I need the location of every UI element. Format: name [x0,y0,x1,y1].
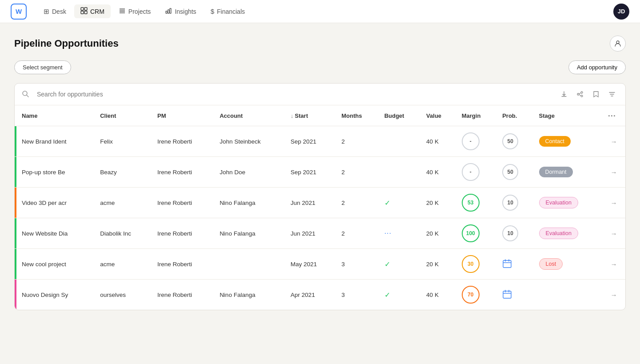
cell-value: 40 K [421,157,456,188]
desk-icon: ⊞ [44,8,49,16]
download-icon[interactable] [558,88,570,100]
filter-icon[interactable] [606,88,618,100]
cell-pm: Irene Roberti [152,280,214,310]
cell-start: Sep 2021 [285,126,336,157]
table-row: New Brand Ident Felix Irene Roberti John… [15,126,625,157]
row-arrow-button[interactable]: → [608,227,620,240]
svg-line-18 [579,95,581,96]
cell-prob [497,249,533,280]
table-row: Pop-up store Be Beazy Irene Roberti John… [15,157,625,188]
cell-prob: 50 [497,157,533,188]
row-arrow-button[interactable]: → [608,288,620,301]
cell-name: New cool project [16,249,95,280]
margin-indicator: 53 [462,194,480,212]
cell-arrow: → [602,280,625,310]
nav-items: ⊞ Desk CRM [37,4,610,18]
row-arrow-button[interactable]: → [608,196,620,209]
prob-calendar-icon [502,293,512,300]
svg-point-16 [581,95,583,97]
select-segment-button[interactable]: Select segment [14,60,71,74]
cell-name: New Brand Ident [16,126,95,157]
bookmark-icon[interactable] [590,88,602,100]
cell-budget: ✓ [379,280,421,310]
prob-indicator: 50 [502,164,518,180]
cell-value: 40 K [421,126,456,157]
cell-margin: - [456,126,497,157]
row-arrow-button[interactable]: → [608,135,620,148]
projects-icon [119,7,126,16]
search-input[interactable] [37,91,551,98]
svg-line-17 [579,93,581,94]
cell-stage: Lost [534,249,602,280]
cell-pm: Irene Roberti [152,218,214,249]
svg-line-13 [27,95,28,97]
nav-item-insights[interactable]: Insights [159,4,202,18]
cell-margin: 100 [456,218,497,249]
row-arrow-button[interactable]: → [608,166,620,178]
cell-client: acme [95,188,152,218]
cell-start: May 2021 [285,249,336,280]
svg-rect-9 [168,10,169,13]
search-icon [22,90,29,99]
prob-calendar-icon [502,262,512,270]
nav-item-projects[interactable]: Projects [112,4,157,18]
row-arrow-button[interactable]: → [608,258,620,270]
nav-item-desk[interactable]: ⊞ Desk [37,4,72,18]
budget-dots-icon: ··· [384,229,392,237]
user-avatar[interactable]: JD [613,4,629,20]
cell-months: 2 [336,157,379,188]
prob-indicator: 10 [502,225,518,241]
cell-arrow: → [602,188,625,218]
cell-name: Pop-up store Be [16,157,95,188]
svg-rect-3 [84,11,87,14]
col-margin: Margin [456,105,497,126]
page-header-right [610,36,626,52]
share-icon[interactable] [574,88,586,100]
search-row [15,84,625,105]
cell-start: Sep 2021 [285,157,336,188]
cell-margin: 30 [456,249,497,280]
cell-value: 20 K [421,188,456,218]
col-more: ⋯ [602,105,625,126]
cell-stage: Evaluation [534,218,602,249]
margin-indicator: 70 [462,286,480,304]
cell-account: Nino Falanga [214,280,285,310]
person-icon-button[interactable] [610,36,626,52]
svg-rect-2 [81,11,84,14]
svg-point-14 [581,92,583,93]
cell-pm: Irene Roberti [152,188,214,218]
nav-item-crm[interactable]: CRM [74,4,111,18]
cell-account: John Doe [214,157,285,188]
table-row: New Website Dia Diabolik Inc Irene Rober… [15,218,625,249]
svg-rect-22 [503,260,511,268]
prob-indicator: 50 [502,133,518,149]
opportunities-table: Name Client PM Account ↓Start Months Bud… [15,105,625,310]
cell-client: acme [95,249,152,280]
cell-prob [497,280,533,310]
col-budget: Budget [379,105,421,126]
margin-indicator: 100 [462,224,480,242]
nav-item-financials[interactable]: $ Financials [204,4,251,18]
table-row: Video 3D per acr acme Irene Roberti Nino… [15,188,625,218]
cell-pm: Irene Roberti [152,249,214,280]
add-opportunity-button[interactable]: Add opportunity [568,60,626,74]
stage-badge: Lost [539,258,563,270]
insights-icon [165,7,172,16]
search-actions [558,88,618,100]
svg-rect-1 [84,8,87,10]
app-logo[interactable]: W [11,4,27,20]
cell-arrow: → [602,218,625,249]
financials-icon: $ [211,8,214,15]
cell-arrow: → [602,126,625,157]
table-wrapper: Name Client PM Account ↓Start Months Bud… [14,83,626,310]
cell-pm: Irene Roberti [152,126,214,157]
nav-item-label: Insights [175,8,196,15]
cell-account: Nino Falanga [214,218,285,249]
cell-start: Jun 2021 [285,188,336,218]
stage-badge: Dormant [539,167,573,177]
cell-arrow: → [602,157,625,188]
col-months: Months [336,105,379,126]
cell-name: Nuovo Design Sy [16,280,95,310]
col-value: Value [421,105,456,126]
col-stage: Stage [534,105,602,126]
